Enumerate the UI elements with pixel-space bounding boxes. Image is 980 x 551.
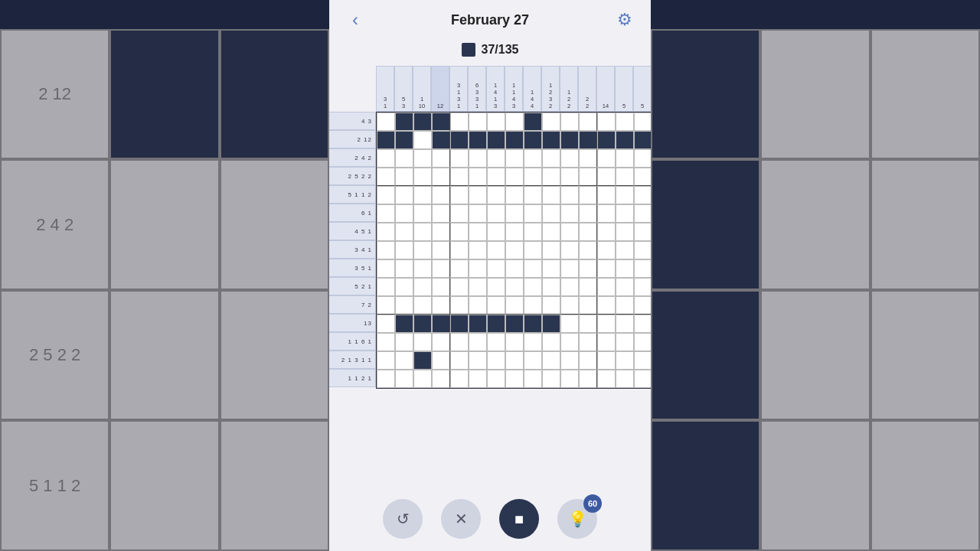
grid-cell-13-8[interactable]	[505, 333, 524, 351]
grid-cell-8-11[interactable]	[560, 241, 579, 259]
grid-cell-8-5[interactable]	[450, 241, 469, 259]
grid-cell-6-12[interactable]	[579, 204, 597, 223]
grid-cell-10-1[interactable]	[377, 278, 395, 296]
grid-cell-12-1[interactable]	[377, 315, 395, 333]
grid-cell-6-6[interactable]	[469, 204, 487, 223]
grid-cell-11-2[interactable]	[395, 296, 413, 315]
grid-cell-5-13[interactable]	[597, 186, 616, 204]
grid-cell-8-3[interactable]	[413, 241, 432, 259]
grid-cell-8-7[interactable]	[487, 241, 505, 259]
grid-cell-8-15[interactable]	[634, 241, 651, 259]
grid-cell-13-6[interactable]	[469, 333, 487, 351]
grid-cell-6-3[interactable]	[413, 204, 432, 223]
grid-cell-9-15[interactable]	[634, 259, 651, 278]
grid-cell-11-11[interactable]	[560, 296, 579, 315]
grid-cell-15-15[interactable]	[634, 370, 651, 388]
grid-cell-13-10[interactable]	[542, 333, 560, 351]
grid-cell-1-12[interactable]	[579, 112, 597, 131]
grid-cell-12-5[interactable]	[450, 315, 469, 333]
grid-cell-3-11[interactable]	[560, 149, 579, 168]
grid-cell-9-1[interactable]	[377, 259, 395, 278]
grid-cell-14-15[interactable]	[634, 351, 651, 370]
grid-cell-7-12[interactable]	[579, 223, 597, 241]
grid-cell-1-8[interactable]	[505, 112, 524, 131]
grid-cell-7-3[interactable]	[413, 223, 432, 241]
grid-cell-6-8[interactable]	[505, 204, 524, 223]
grid-cell-3-3[interactable]	[413, 149, 432, 168]
grid-cell-4-7[interactable]	[487, 168, 505, 186]
grid-cell-1-11[interactable]	[560, 112, 579, 131]
grid-cell-7-7[interactable]	[487, 223, 505, 241]
grid-cell-4-1[interactable]	[377, 168, 395, 186]
grid-cell-2-10[interactable]	[542, 131, 560, 149]
grid-cell-12-13[interactable]	[597, 315, 616, 333]
grid-cell-10-8[interactable]	[505, 278, 524, 296]
grid-cell-4-9[interactable]	[524, 168, 542, 186]
grid-cell-3-2[interactable]	[395, 149, 413, 168]
grid-cell-3-13[interactable]	[597, 149, 616, 168]
grid-cell-3-5[interactable]	[450, 149, 469, 168]
grid-cell-9-13[interactable]	[597, 259, 616, 278]
grid-cell-8-13[interactable]	[597, 241, 616, 259]
grid-cell-8-6[interactable]	[469, 241, 487, 259]
grid-cell-4-4[interactable]	[432, 168, 450, 186]
grid-cell-3-9[interactable]	[524, 149, 542, 168]
grid-cell-9-12[interactable]	[579, 259, 597, 278]
grid-cell-7-10[interactable]	[542, 223, 560, 241]
grid-cell-5-12[interactable]	[579, 186, 597, 204]
grid-cell-6-13[interactable]	[597, 204, 616, 223]
grid-cell-5-7[interactable]	[487, 186, 505, 204]
grid-cell-14-2[interactable]	[395, 351, 413, 370]
grid-cell-11-14[interactable]	[616, 296, 634, 315]
grid-cell-2-2[interactable]	[395, 131, 413, 149]
grid-cell-15-11[interactable]	[560, 370, 579, 388]
grid-cell-2-11[interactable]	[560, 131, 579, 149]
grid-cell-9-14[interactable]	[616, 259, 634, 278]
grid-cell-15-13[interactable]	[597, 370, 616, 388]
grid-cell-5-8[interactable]	[505, 186, 524, 204]
grid-cell-8-14[interactable]	[616, 241, 634, 259]
grid-cell-2-1[interactable]	[377, 131, 395, 149]
grid-cell-14-10[interactable]	[542, 351, 560, 370]
grid-cell-3-4[interactable]	[432, 149, 450, 168]
grid-cell-14-8[interactable]	[505, 351, 524, 370]
grid-cell-14-12[interactable]	[579, 351, 597, 370]
grid-cell-12-14[interactable]	[616, 315, 634, 333]
grid-cell-13-5[interactable]	[450, 333, 469, 351]
grid-cell-13-11[interactable]	[560, 333, 579, 351]
grid-cell-4-5[interactable]	[450, 168, 469, 186]
grid-cell-10-9[interactable]	[524, 278, 542, 296]
grid-cell-10-14[interactable]	[616, 278, 634, 296]
grid-cell-3-15[interactable]	[634, 149, 651, 168]
grid-cell-10-13[interactable]	[597, 278, 616, 296]
grid-cell-1-10[interactable]	[542, 112, 560, 131]
grid-cell-15-9[interactable]	[524, 370, 542, 388]
grid-cell-2-3[interactable]	[413, 131, 432, 149]
grid-cell-9-7[interactable]	[487, 259, 505, 278]
grid-cell-2-13[interactable]	[597, 131, 616, 149]
grid-cell-4-13[interactable]	[597, 168, 616, 186]
grid-cell-5-15[interactable]	[634, 186, 651, 204]
grid-cell-11-9[interactable]	[524, 296, 542, 315]
grid-cell-10-2[interactable]	[395, 278, 413, 296]
grid-cell-7-5[interactable]	[450, 223, 469, 241]
grid-cell-7-15[interactable]	[634, 223, 651, 241]
grid-cell-3-7[interactable]	[487, 149, 505, 168]
grid-cell-15-1[interactable]	[377, 370, 395, 388]
grid-cell-8-2[interactable]	[395, 241, 413, 259]
grid-cell-9-5[interactable]	[450, 259, 469, 278]
grid-cell-5-10[interactable]	[542, 186, 560, 204]
grid-cell-3-14[interactable]	[616, 149, 634, 168]
grid-cell-13-4[interactable]	[432, 333, 450, 351]
grid-cell-10-7[interactable]	[487, 278, 505, 296]
grid-cell-6-7[interactable]	[487, 204, 505, 223]
grid-cell-1-3[interactable]	[413, 112, 432, 131]
grid-cell-4-15[interactable]	[634, 168, 651, 186]
cross-button[interactable]: ✕	[441, 499, 481, 539]
undo-button[interactable]: ↺	[383, 499, 423, 539]
grid-cell-7-4[interactable]	[432, 223, 450, 241]
grid-cell-4-3[interactable]	[413, 168, 432, 186]
grid-cell-6-14[interactable]	[616, 204, 634, 223]
grid-cell-2-4[interactable]	[432, 131, 450, 149]
grid-cell-1-9[interactable]	[524, 112, 542, 131]
